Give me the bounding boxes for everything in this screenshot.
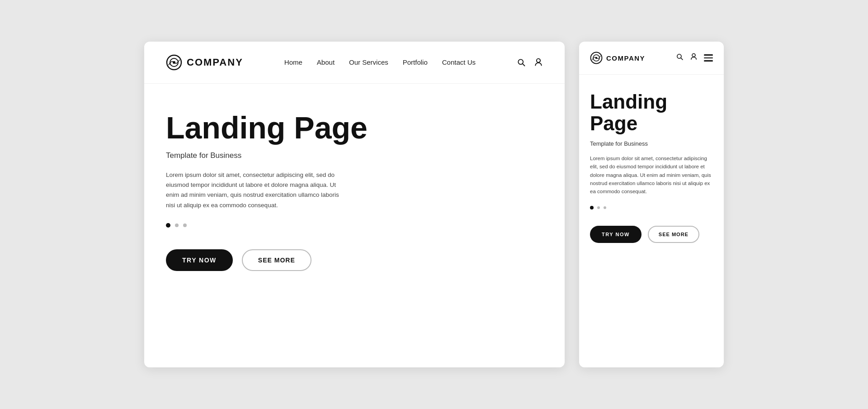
dot-inactive-1-large <box>175 224 179 227</box>
logo-icon-small <box>590 52 603 64</box>
btn-row-small: TRY NOW SEE MORE <box>590 226 713 243</box>
dot-active-large <box>166 223 170 228</box>
account-icon-large <box>534 58 543 67</box>
hero-subtitle-large: Template for Business <box>166 151 543 160</box>
hero-small: Landing Page Template for Business Lorem… <box>579 75 724 367</box>
nav-link-services[interactable]: Our Services <box>349 58 388 66</box>
dot-active-small <box>590 206 594 209</box>
nav-icons-small <box>676 53 713 63</box>
preview-card-large: COMPANY Home About Our Services Portfoli… <box>144 42 565 367</box>
logo-icon-large <box>166 54 182 71</box>
see-more-button-large[interactable]: SEE MORE <box>242 249 311 271</box>
nav-link-contact[interactable]: Contact Us <box>442 58 476 66</box>
dot-inactive-1-small <box>597 206 600 209</box>
nav-link-about[interactable]: About <box>317 58 335 66</box>
dot-inactive-2-large <box>183 224 187 227</box>
logo-area-large: COMPANY <box>166 54 243 71</box>
nav-icons-large <box>517 58 543 67</box>
navbar-large: COMPANY Home About Our Services Portfoli… <box>144 42 565 84</box>
search-icon-large <box>517 58 526 67</box>
dots-small <box>590 206 713 209</box>
search-button-small[interactable] <box>676 53 684 63</box>
logo-area-small: COMPANY <box>590 52 676 64</box>
nav-link-home[interactable]: Home <box>284 58 302 66</box>
svg-line-9 <box>681 58 683 60</box>
dot-inactive-2-small <box>604 206 606 209</box>
hero-body-small: Lorem ipsum dolor sit amet, consectetur … <box>590 154 713 196</box>
hero-body-large: Lorem ipsum dolor sit amet, consectetur … <box>166 170 347 210</box>
preview-card-small: COMPANY Landing Page <box>579 42 724 367</box>
nav-link-portfolio[interactable]: Portfolio <box>403 58 428 66</box>
dots-large <box>166 223 543 228</box>
navbar-small: COMPANY <box>579 42 724 75</box>
hamburger-button-small[interactable] <box>704 54 713 62</box>
see-more-button-small[interactable]: SEE MORE <box>648 226 699 243</box>
account-button-large[interactable] <box>534 58 543 67</box>
try-now-button-large[interactable]: TRY NOW <box>166 249 233 271</box>
account-button-small[interactable] <box>690 53 698 63</box>
try-now-button-small[interactable]: TRY NOW <box>590 226 642 243</box>
account-icon-small <box>690 53 698 61</box>
hamburger-line-1 <box>704 54 713 56</box>
logo-text-large: COMPANY <box>187 57 243 68</box>
hero-subtitle-small: Template for Business <box>590 140 713 147</box>
btn-row-large: TRY NOW SEE MORE <box>166 249 543 271</box>
svg-line-4 <box>523 64 525 66</box>
logo-text-small: COMPANY <box>606 54 645 62</box>
hero-large: Landing Page Template for Business Lorem… <box>144 84 565 367</box>
hamburger-line-2 <box>704 57 713 59</box>
search-icon-small <box>676 53 684 61</box>
nav-links-large: Home About Our Services Portfolio Contac… <box>284 58 476 67</box>
hero-title-small: Landing Page <box>590 91 713 135</box>
hero-title-large: Landing Page <box>166 111 543 145</box>
hamburger-line-3 <box>704 60 713 62</box>
search-button-large[interactable] <box>517 58 526 67</box>
